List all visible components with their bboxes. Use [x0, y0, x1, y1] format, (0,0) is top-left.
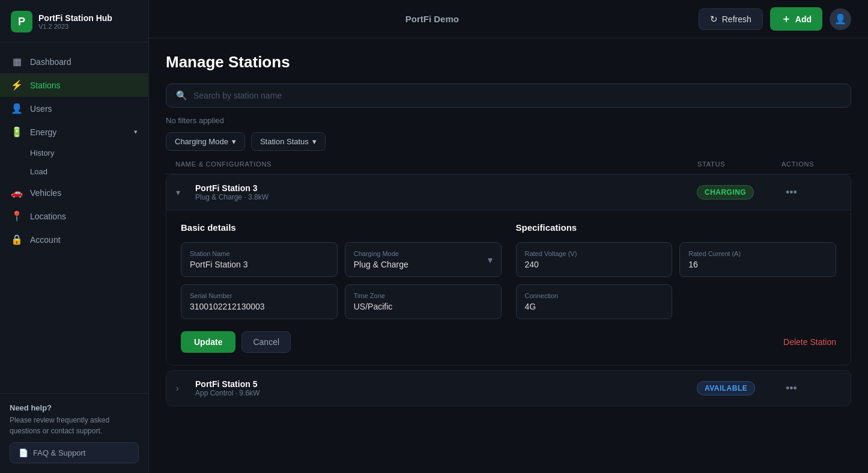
main-content: PortFi Demo ↻ Refresh ＋ Add 👤 Manage Sta…	[149, 0, 868, 473]
basic-details-section: Basic details Station Name PortFi Statio…	[181, 222, 502, 319]
header-actions: ↻ Refresh ＋ Add 👤	[699, 7, 851, 31]
timezone-label: Time Zone	[354, 292, 493, 299]
add-label: Add	[795, 14, 812, 24]
connection-label: Connection	[525, 292, 664, 299]
serial-number-field: Serial Number 3100102212130003	[181, 284, 338, 319]
refresh-label: Refresh	[722, 14, 751, 24]
timezone-field: Time Zone US/Pacific	[345, 284, 502, 319]
collapse-chevron-3[interactable]: ▾	[176, 188, 195, 197]
sidebar-subitem-history[interactable]: History	[0, 144, 148, 162]
station-actions-3: •••	[781, 186, 841, 199]
page-content: Manage Stations 🔍 No filters applied Cha…	[149, 38, 868, 473]
page-title: Manage Stations	[166, 53, 851, 72]
sidebar-item-energy[interactable]: 🔋 Energy ▾	[0, 120, 148, 144]
station-status-chevron-icon: ▾	[312, 137, 317, 146]
dashboard-icon: ▦	[11, 56, 23, 67]
col-status-header: STATUS	[697, 160, 782, 168]
delete-station-button[interactable]: Delete Station	[783, 337, 836, 347]
sidebar-item-users[interactable]: 👤 Users	[0, 97, 148, 120]
station-status-filter-label: Station Status	[260, 137, 309, 146]
sidebar-item-locations[interactable]: 📍 Locations	[0, 204, 148, 228]
account-icon: 🔒	[11, 234, 23, 245]
current-field: Rated Current (A) 16	[679, 242, 836, 277]
station-info-5: PortFi Station 5 App Control · 9.6kW	[195, 379, 697, 397]
refresh-button[interactable]: ↻ Refresh	[699, 8, 763, 30]
refresh-icon: ↻	[710, 14, 718, 25]
expand-chevron-5[interactable]: ›	[176, 383, 195, 393]
specs-grid: Rated Voltage (V) 240 Rated Current (A) …	[516, 242, 837, 319]
serial-value: 3100102212130003	[190, 302, 329, 311]
locations-icon: 📍	[11, 210, 23, 222]
faq-support-button[interactable]: 📄 FAQ & Support	[10, 442, 139, 463]
station-row-5: › PortFi Station 5 App Control · 9.6kW A…	[166, 370, 851, 406]
sidebar-item-account[interactable]: 🔒 Account	[0, 228, 148, 251]
sidebar-item-stations[interactable]: ⚡ Stations	[0, 73, 148, 97]
user-avatar[interactable]: 👤	[830, 8, 851, 30]
filter-row: Charging Mode ▾ Station Status ▾	[166, 132, 851, 151]
station-name-field: Station Name PortFi Station 3	[181, 242, 338, 277]
search-icon: 🔍	[176, 90, 187, 101]
sidebar-nav: ▦ Dashboard ⚡ Stations 👤 Users 🔋 Energy …	[0, 43, 148, 393]
avatar-icon: 👤	[834, 13, 846, 25]
station-name-value[interactable]: PortFi Station 3	[190, 260, 329, 269]
energy-icon: 🔋	[11, 126, 23, 138]
sidebar-item-label: Stations	[30, 81, 61, 90]
col-actions-header: ACTIONS	[782, 160, 842, 168]
sidebar-footer: Need help? Please review frequently aske…	[0, 393, 148, 473]
no-filters-label: No filters applied	[166, 116, 851, 125]
voltage-value: 240	[525, 260, 664, 269]
station-row-header-5[interactable]: › PortFi Station 5 App Control · 9.6kW A…	[166, 371, 851, 406]
charging-mode-filter[interactable]: Charging Mode ▾	[166, 132, 245, 151]
cancel-button[interactable]: Cancel	[241, 331, 291, 353]
charging-mode-field[interactable]: Charging Mode Plug & Charge ▾	[345, 242, 502, 277]
station-name-3: PortFi Station 3	[195, 183, 697, 193]
table-header: NAME & CONFIGURATIONS STATUS ACTIONS	[166, 154, 851, 174]
station-info-3: PortFi Station 3 Plug & Charge · 3.8kW	[195, 183, 697, 201]
charging-mode-label: Charging Mode	[354, 250, 408, 257]
station-sub-3: Plug & Charge · 3.8kW	[195, 193, 697, 201]
voltage-field: Rated Voltage (V) 240	[516, 242, 673, 277]
charging-mode-value: Plug & Charge	[354, 260, 408, 269]
station-row-3: ▾ PortFi Station 3 Plug & Charge · 3.8kW…	[166, 174, 851, 365]
timezone-value: US/Pacific	[354, 302, 493, 311]
connection-field: Connection 4G	[516, 284, 673, 319]
help-title: Need help?	[10, 403, 139, 412]
connection-value: 4G	[525, 302, 664, 311]
station-actions-5: •••	[781, 382, 841, 395]
sidebar-item-label: Account	[30, 235, 61, 245]
energy-expand-arrow: ▾	[134, 128, 138, 136]
stations-icon: ⚡	[11, 79, 23, 91]
update-button[interactable]: Update	[181, 331, 235, 353]
sidebar-item-dashboard[interactable]: ▦ Dashboard	[0, 50, 148, 73]
add-station-button[interactable]: ＋ Add	[770, 7, 822, 31]
station-name-5: PortFi Station 5	[195, 379, 697, 389]
voltage-label: Rated Voltage (V)	[525, 250, 664, 257]
serial-label: Serial Number	[190, 292, 329, 299]
faq-label: FAQ & Support	[33, 448, 85, 457]
sidebar-subitem-load[interactable]: Load	[0, 162, 148, 181]
actions-menu-3[interactable]: •••	[781, 186, 802, 199]
search-input[interactable]	[193, 91, 841, 100]
actions-menu-5[interactable]: •••	[781, 382, 802, 395]
vehicles-icon: 🚗	[11, 187, 23, 198]
charging-mode-chevron-icon: ▾	[232, 137, 236, 146]
help-description: Please review frequently asked questions…	[10, 415, 139, 436]
app-title: PortFi Station Hub	[38, 13, 112, 23]
station-status-filter[interactable]: Station Status ▾	[251, 132, 326, 151]
load-label: Load	[30, 167, 47, 176]
search-bar: 🔍	[166, 84, 851, 108]
add-icon: ＋	[781, 12, 791, 26]
sidebar-logo: P PortFi Station Hub V1.2 2023	[0, 0, 148, 43]
users-icon: 👤	[11, 103, 23, 114]
basic-details-title: Basic details	[181, 222, 502, 233]
charging-mode-filter-label: Charging Mode	[175, 137, 228, 146]
station-sub-5: App Control · 9.6kW	[195, 389, 697, 397]
header: PortFi Demo ↻ Refresh ＋ Add 👤	[149, 0, 868, 38]
footer-left-buttons: Update Cancel	[181, 331, 291, 353]
faq-icon: 📄	[19, 448, 28, 457]
sidebar-item-vehicles[interactable]: 🚗 Vehicles	[0, 181, 148, 204]
current-label: Rated Current (A)	[688, 250, 827, 257]
sidebar: P PortFi Station Hub V1.2 2023 ▦ Dashboa…	[0, 0, 149, 473]
station-row-header-3[interactable]: ▾ PortFi Station 3 Plug & Charge · 3.8kW…	[166, 175, 851, 210]
app-logo-icon: P	[11, 11, 32, 32]
